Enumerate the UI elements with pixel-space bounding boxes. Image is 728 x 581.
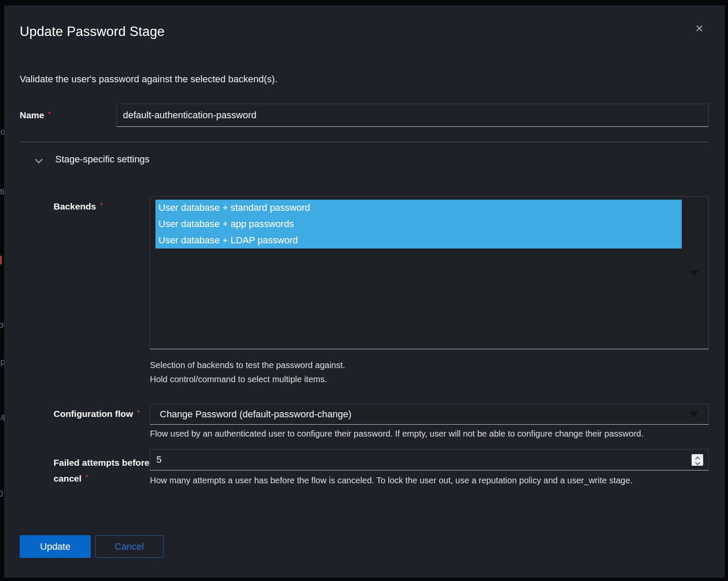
background-text-fragment: ot <box>0 320 5 330</box>
failed-attempts-input[interactable] <box>150 449 709 470</box>
modal-header: Update Password Stage ✕ <box>20 24 709 41</box>
modal-title: Update Password Stage <box>20 24 709 39</box>
backends-label-col: Backends* <box>20 196 150 212</box>
name-input[interactable] <box>116 104 709 127</box>
backends-help-block: Selection of backends to test the passwo… <box>20 360 709 384</box>
failed-attempts-label-line1: Failed attempts before <box>54 458 149 467</box>
required-asterisk: * <box>48 110 51 118</box>
failed-attempts-help-text: How many attempts a user has before the … <box>150 476 709 485</box>
name-field-row: Name* <box>20 104 709 127</box>
configuration-flow-label: Configuration flow <box>54 409 133 419</box>
failed-attempts-field-row: Failed attempts before cancel* <box>20 449 709 470</box>
failed-attempts-label-line2: cancel <box>54 473 81 483</box>
chevron-down-icon <box>36 156 42 163</box>
update-password-stage-modal: Update Password Stage ✕ Validate the use… <box>5 6 724 577</box>
backends-help-text: Hold control/command to select multiple … <box>150 374 709 384</box>
failed-attempts-label-col: Failed attempts before cancel* <box>54 455 156 487</box>
background-text-fragment: o <box>0 127 5 137</box>
dropdown-caret-icon <box>689 270 699 276</box>
required-asterisk: * <box>137 409 140 417</box>
required-asterisk: * <box>100 201 103 210</box>
stepper-up-icon[interactable] <box>695 455 699 459</box>
name-label-col: Name* <box>20 110 116 120</box>
configuration-flow-value: Change Password (default-password-change… <box>160 409 352 420</box>
close-icon: ✕ <box>695 23 704 34</box>
name-label: Name <box>20 110 44 120</box>
section-divider <box>20 142 709 142</box>
name-input-wrap <box>116 104 709 127</box>
number-stepper[interactable] <box>692 454 703 466</box>
backdrop-strip: o ti ot p up 0 <box>0 0 5 581</box>
section-title: Stage-specific settings <box>55 154 149 165</box>
backends-label: Backends <box>54 201 96 211</box>
background-text-fragment: up <box>0 412 5 422</box>
close-button[interactable]: ✕ <box>692 21 706 36</box>
dropdown-caret-icon <box>689 412 699 417</box>
stepper-down-icon[interactable] <box>695 461 699 465</box>
background-text-fragment: ti <box>0 187 4 197</box>
backends-option-selected[interactable]: User database + LDAP password <box>155 232 682 249</box>
failed-attempts-input-wrap <box>150 449 709 470</box>
backends-field-row: Backends* User database + standard passw… <box>20 196 709 349</box>
update-button[interactable]: Update <box>20 535 91 558</box>
backends-option-selected[interactable]: User database + app passwords <box>155 216 682 232</box>
configuration-flow-select[interactable]: Change Password (default-password-change… <box>150 404 709 425</box>
modal-description: Validate the user's password against the… <box>20 74 709 85</box>
required-asterisk: * <box>85 473 88 482</box>
section-toggle-stage-specific[interactable]: Stage-specific settings <box>20 153 709 166</box>
configuration-flow-field-row: Configuration flow* Change Password (def… <box>20 404 709 425</box>
configuration-flow-label-col: Configuration flow* <box>20 404 150 419</box>
backends-option-selected[interactable]: User database + standard password <box>155 200 682 216</box>
background-text-fragment: p <box>0 357 5 367</box>
background-text-fragment: 0 <box>0 489 3 499</box>
modal-actions: Update Cancel <box>20 535 709 558</box>
cancel-button[interactable]: Cancel <box>95 535 164 558</box>
configuration-flow-help-text: Flow used by an authenticated user to co… <box>150 429 709 439</box>
backends-listbox[interactable]: User database + standard password User d… <box>150 196 709 349</box>
background-red-fragment <box>0 256 2 264</box>
backends-help-text: Selection of backends to test the passwo… <box>150 360 709 370</box>
